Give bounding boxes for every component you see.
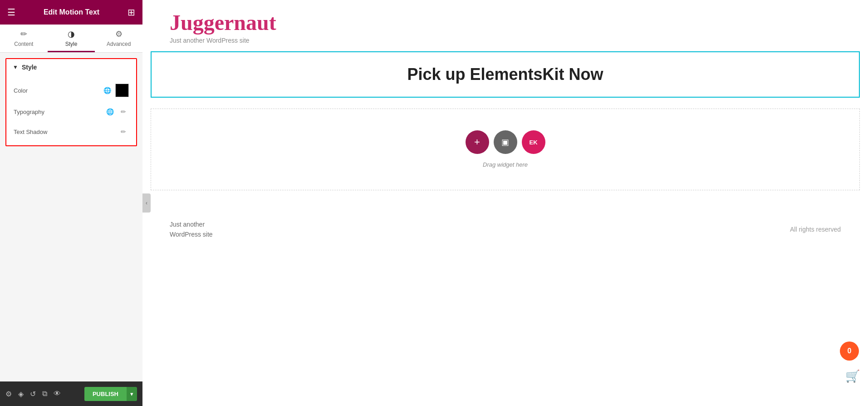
footer-right: All rights reserved (790, 226, 841, 233)
sidebar-panel: ▼ Style Color 🌐 Typography 🌐 (0, 53, 142, 381)
typography-row: Typography 🌐 ✏ (6, 102, 136, 122)
advanced-tab-icon: ⚙ (115, 29, 123, 39)
layers-icon[interactable]: ◈ (18, 390, 24, 398)
text-shadow-row: Text Shadow ✏ (6, 122, 136, 142)
template-button[interactable]: ▣ (494, 130, 517, 154)
publish-button[interactable]: PUBLISH (84, 387, 127, 401)
ek-button[interactable]: EK (522, 130, 545, 154)
typography-pencil-icon[interactable]: ✏ (118, 106, 129, 117)
site-header: Juggernaut Just another WordPress site (142, 0, 868, 51)
sidebar-header: ☰ Edit Motion Text ⊞ (0, 0, 142, 25)
publish-button-group: PUBLISH ▾ (84, 387, 137, 401)
cart-icon[interactable]: 🛒 (845, 369, 860, 383)
style-section-title: Style (22, 64, 37, 71)
preview-icon[interactable]: 👁 (54, 390, 61, 398)
text-shadow-pencil-icon[interactable]: ✏ (118, 126, 129, 137)
cart-count-badge: 0 (840, 342, 859, 361)
color-globe-icon[interactable]: 🌐 (102, 85, 113, 96)
section-arrow-icon: ▼ (13, 64, 18, 70)
style-section-header[interactable]: ▼ Style (6, 59, 136, 75)
site-footer: Just another WordPress site All rights r… (142, 201, 868, 258)
typography-globe-icon[interactable]: 🌐 (104, 106, 115, 117)
add-widget-button[interactable]: + (466, 130, 489, 154)
tab-style[interactable]: ◑ Style (48, 25, 95, 52)
style-section: ▼ Style Color 🌐 Typography 🌐 (5, 58, 137, 146)
footer-left-line1: Just another (170, 221, 205, 228)
highlight-section[interactable]: Pick up ElementsKit Now (151, 51, 860, 98)
responsive-icon[interactable]: ⧉ (42, 390, 47, 398)
text-shadow-controls: ✏ (118, 126, 129, 137)
typography-controls: 🌐 ✏ (104, 106, 129, 117)
sidebar-tabs: ✏ Content ◑ Style ⚙ Advanced (0, 25, 142, 53)
color-label: Color (14, 87, 28, 94)
color-swatch[interactable] (115, 84, 129, 97)
footer-left-line2: WordPress site (170, 231, 213, 238)
content-tab-icon: ✏ (20, 29, 27, 39)
typography-label: Typography (14, 109, 44, 115)
menu-icon[interactable]: ☰ (7, 7, 15, 18)
publish-dropdown-button[interactable]: ▾ (127, 387, 137, 401)
canvas-area: Juggernaut Just another WordPress site P… (142, 0, 868, 406)
history-icon[interactable]: ↺ (30, 390, 36, 398)
drag-hint: Drag widget here (483, 161, 528, 168)
highlight-text: Pick up ElementsKit Now (164, 65, 846, 84)
drop-zone[interactable]: + ▣ EK Drag widget here (151, 109, 860, 190)
content-tab-label: Content (14, 41, 33, 47)
style-tab-label: Style (65, 41, 78, 47)
color-row: Color 🌐 (6, 79, 136, 102)
collapse-handle[interactable]: ‹ (142, 193, 151, 213)
grid-icon[interactable]: ⊞ (128, 7, 135, 18)
main-content: Juggernaut Just another WordPress site P… (142, 0, 868, 406)
advanced-tab-label: Advanced (107, 41, 131, 47)
settings-icon[interactable]: ⚙ (5, 390, 12, 398)
site-tagline: Just another WordPress site (170, 37, 841, 44)
text-shadow-label: Text Shadow (14, 129, 47, 135)
tab-advanced[interactable]: ⚙ Advanced (95, 25, 142, 52)
bottom-icons: ⚙ ◈ ↺ ⧉ 👁 (5, 390, 61, 398)
tab-content[interactable]: ✏ Content (0, 25, 48, 52)
style-tab-icon: ◑ (68, 29, 75, 39)
footer-left: Just another WordPress site (170, 219, 213, 240)
action-buttons: + ▣ EK (466, 130, 545, 154)
color-controls: 🌐 (102, 84, 129, 97)
sidebar-bottom: ⚙ ◈ ↺ ⧉ 👁 PUBLISH ▾ (0, 381, 142, 406)
sidebar: ☰ Edit Motion Text ⊞ ✏ Content ◑ Style ⚙… (0, 0, 142, 406)
sidebar-title: Edit Motion Text (44, 8, 99, 16)
style-section-body: Color 🌐 Typography 🌐 ✏ Text S (6, 75, 136, 145)
site-title: Juggernaut (170, 11, 841, 35)
